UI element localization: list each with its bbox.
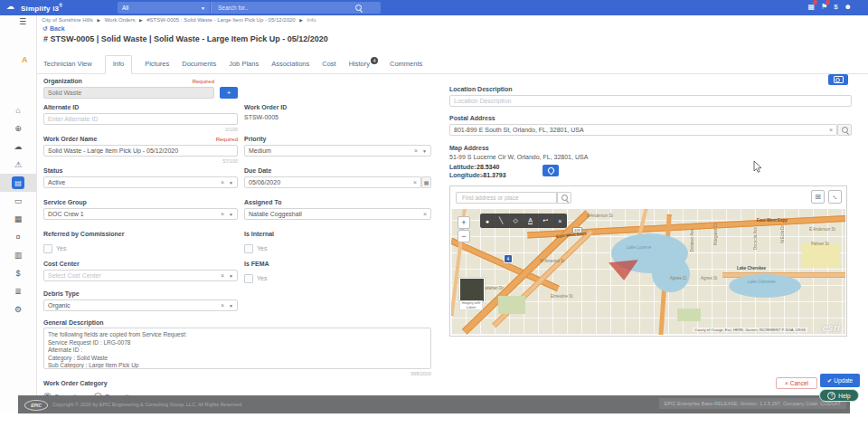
- draw-point-icon[interactable]: ●: [486, 218, 489, 224]
- billing-icon[interactable]: $: [834, 2, 837, 13]
- clear-icon[interactable]: ×: [217, 211, 224, 217]
- priority-select[interactable]: Medium ×▼: [244, 145, 431, 157]
- draw-line-icon[interactable]: ╲: [499, 217, 503, 224]
- is-internal-checkbox[interactable]: Yes: [244, 240, 267, 256]
- help-button[interactable]: ?Help: [819, 389, 859, 402]
- sidebar-item-folder[interactable]: ▭: [0, 192, 36, 210]
- map-search-input[interactable]: [460, 194, 552, 202]
- sidebar-item-map[interactable]: ▦: [0, 210, 36, 228]
- calendar-button[interactable]: ▦: [421, 176, 431, 188]
- map-canvas[interactable]: 4 408 E Anderson St East-West Expy E And…: [451, 209, 845, 335]
- notifications-icon[interactable]: ⚑: [821, 2, 827, 13]
- sidebar-item-cloud[interactable]: ☁: [0, 138, 36, 156]
- chevron-down-icon[interactable]: ▼: [229, 212, 233, 217]
- draw-polygon-icon[interactable]: ◇: [514, 217, 518, 224]
- clear-icon[interactable]: ×: [217, 179, 224, 185]
- general-description-textarea[interactable]: The following fields are copied from Ser…: [43, 328, 431, 369]
- clear-icon[interactable]: ×: [410, 147, 418, 154]
- app-brand: Simplify i3®: [21, 3, 62, 13]
- sidebar-item-alerts[interactable]: ⚠: [0, 156, 36, 174]
- status-select[interactable]: Active ×▼: [43, 176, 238, 188]
- clear-icon[interactable]: ×: [410, 179, 417, 185]
- cost-center-select[interactable]: Select Cost Center ×▼: [43, 270, 238, 281]
- clear-icon[interactable]: ×: [826, 127, 833, 133]
- map-pin-icon: [546, 166, 555, 176]
- breadcrumb-link[interactable]: City of Sunshine Hills: [42, 17, 93, 23]
- sidebar-item-work-orders[interactable]: ▤: [0, 174, 36, 192]
- sidebar-item-home[interactable]: ⌂: [0, 101, 36, 119]
- location-description-input[interactable]: [454, 98, 847, 104]
- street-label: N Eola Dr: [780, 225, 785, 243]
- street-label: E Anderson St: [587, 214, 613, 218]
- breadcrumb-link[interactable]: #STSW-0005 : Solid Waste - Large Item Pi…: [146, 17, 295, 23]
- location-description-field[interactable]: [449, 95, 852, 107]
- basemap-thumbnail[interactable]: [459, 278, 485, 302]
- longitude-label: Longitude:: [449, 172, 482, 178]
- breadcrumb-separator-icon: ▶: [97, 18, 99, 23]
- basemap-gallery-button[interactable]: ⊞: [811, 190, 825, 204]
- tab-info[interactable]: Info: [105, 55, 133, 74]
- payments-icon: ¤: [15, 233, 20, 242]
- tab-history[interactable]: History4: [349, 60, 377, 73]
- search-icon[interactable]: [355, 5, 362, 11]
- clear-icon[interactable]: ×: [217, 272, 224, 279]
- update-button[interactable]: ✔Update: [820, 374, 860, 387]
- referred-by-commissioner-checkbox[interactable]: Yes: [43, 240, 66, 256]
- tab-cost[interactable]: Cost: [322, 60, 335, 73]
- sidebar-item-globe[interactable]: ⊕: [0, 119, 36, 138]
- chevron-down-icon[interactable]: ▼: [229, 303, 233, 309]
- locate-pin-button[interactable]: [542, 165, 559, 176]
- chevron-down-icon[interactable]: ▼: [422, 148, 427, 154]
- zoom-out-button[interactable]: −: [458, 230, 470, 242]
- debris-type-select[interactable]: Organic ×▼: [43, 299, 238, 311]
- service-group-select[interactable]: DOC Crew 1 ×▼: [43, 208, 238, 220]
- menu-icon[interactable]: ☰: [19, 17, 26, 26]
- sidebar-item-payments[interactable]: ¤: [0, 228, 36, 246]
- is-fema-checkbox[interactable]: Yes: [244, 270, 267, 286]
- tasks-icon[interactable]: ▦: [807, 2, 815, 13]
- gear-icon: ⚙: [14, 305, 22, 314]
- sidebar-item-finance[interactable]: $: [0, 264, 36, 282]
- postal-address-field[interactable]: 801-899 E South St, Orlando, FL, 32801, …: [449, 124, 837, 136]
- draw-label-icon[interactable]: A: [528, 218, 533, 224]
- address-search-button[interactable]: [837, 124, 852, 136]
- search-scope-select[interactable]: All ▼: [118, 2, 210, 14]
- chevron-down-icon[interactable]: ▼: [229, 273, 233, 279]
- chevron-down-icon[interactable]: ▼: [229, 180, 233, 185]
- tab-technician-view[interactable]: Technician View: [43, 60, 92, 73]
- clear-icon[interactable]: ×: [420, 211, 427, 217]
- avatar-a-icon[interactable]: A: [22, 55, 28, 64]
- global-search-input[interactable]: [216, 4, 355, 12]
- tab-comments[interactable]: Comments: [390, 60, 422, 73]
- sidebar-item-reports[interactable]: ≣: [0, 282, 36, 300]
- back-button[interactable]: ↺Back: [42, 25, 65, 33]
- street-view-button[interactable]: [828, 74, 848, 85]
- tab-job-plans[interactable]: Job Plans: [229, 60, 259, 73]
- latitude-label: Latitude:: [449, 164, 476, 170]
- general-description-counter: 398/2000: [386, 371, 431, 376]
- work-order-name-field[interactable]: [43, 145, 238, 157]
- tab-associations[interactable]: Associations: [271, 60, 309, 73]
- sidebar-item-briefcase[interactable]: ▥: [0, 246, 36, 264]
- work-order-name-input[interactable]: [48, 147, 233, 154]
- street-label: Osceola Ave: [753, 227, 758, 250]
- sidebar-item-settings[interactable]: ⚙: [0, 300, 36, 318]
- zoom-in-button[interactable]: +: [458, 216, 470, 229]
- tab-pictures[interactable]: Pictures: [145, 60, 169, 73]
- alternate-id-input[interactable]: [48, 116, 233, 122]
- map-search-button[interactable]: [557, 192, 571, 204]
- due-date-field[interactable]: 05/06/2020 ×: [244, 176, 421, 188]
- add-organization-button[interactable]: +: [220, 87, 238, 99]
- breadcrumb-link[interactable]: Work Orders: [105, 17, 136, 23]
- undo-icon[interactable]: ↩: [542, 217, 548, 224]
- camera-icon: [834, 76, 844, 83]
- assigned-to-select[interactable]: Natalie Coggeshall ×: [244, 208, 431, 220]
- user-icon[interactable]: ☻: [844, 2, 852, 13]
- esri-logo: esri: [822, 322, 840, 333]
- alternate-id-field[interactable]: [43, 113, 238, 125]
- clear-icon[interactable]: ×: [217, 302, 224, 309]
- clear-draw-icon[interactable]: ×: [558, 218, 561, 224]
- tab-documents[interactable]: Documents: [182, 60, 216, 73]
- expand-map-button[interactable]: ↔: [828, 190, 842, 204]
- cancel-button[interactable]: ×Cancel: [776, 377, 817, 389]
